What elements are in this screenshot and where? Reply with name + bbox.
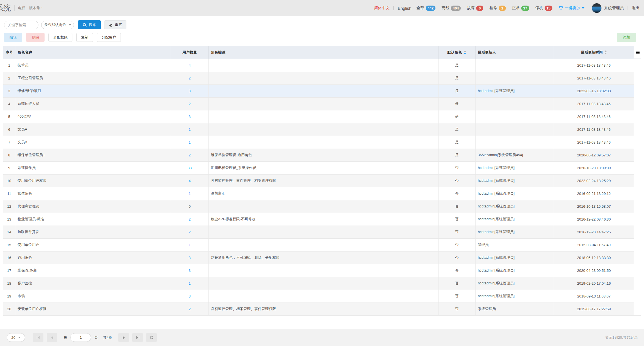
reset-button[interactable]: 重置 xyxy=(104,20,126,29)
table-row[interactable]: 11媒体角色1澳凯富汇否hcdtadmin[系统管理员]2016-09-21 1… xyxy=(3,187,634,200)
table-row[interactable]: 3维修/维保/项目3是hcdtadmin[系统管理员]2022-03-16 13… xyxy=(3,84,634,97)
cell-desc xyxy=(209,97,438,110)
cell-desc: 维保单位管理员-通用角色 xyxy=(209,149,438,161)
cell-desc xyxy=(209,72,438,84)
user-count-link[interactable]: 2 xyxy=(188,217,190,221)
delete-button[interactable]: 删除 xyxy=(26,33,45,42)
assign-permission-button[interactable]: 分配权限 xyxy=(48,33,72,42)
user-count-link[interactable]: 3 xyxy=(188,89,190,93)
table-row[interactable]: 15使用单位用户1否管理员2015-08-04 11:57:40 xyxy=(3,238,634,251)
lang-zh-link[interactable]: 简体中文 xyxy=(374,6,390,11)
first-page-button[interactable] xyxy=(33,333,43,342)
status-label: 正常 xyxy=(512,6,520,11)
status-inspect[interactable]: 检修1 xyxy=(489,6,506,11)
cell-name: 文员B xyxy=(15,136,171,149)
status-fault[interactable]: 故障0 xyxy=(467,6,483,11)
avatar[interactable] xyxy=(592,3,602,13)
user-count-link[interactable]: 1 xyxy=(188,192,190,196)
user-count-link[interactable]: 2 xyxy=(188,307,190,311)
assign-user-button[interactable]: 分配用户 xyxy=(97,33,121,42)
table-row[interactable]: 17维保管理-新3否hcdtadmin[系统管理员]2020-04-23 09:… xyxy=(3,264,634,277)
table-row[interactable]: 9系统操作员33汇川电梯管理员_系统操作员否hcdtadmin[系统管理员]20… xyxy=(3,161,634,174)
cell-updater: hcdtadmin[系统管理员] xyxy=(475,187,554,200)
status-offline[interactable]: 离线404 xyxy=(442,6,461,11)
user-count-link[interactable]: 1 xyxy=(188,140,190,144)
copy-button[interactable]: 复制 xyxy=(76,33,93,42)
search-input[interactable] xyxy=(4,21,38,29)
cell-seq: 6 xyxy=(3,123,15,136)
user-count-link[interactable]: 3 xyxy=(188,256,190,260)
user-count-link[interactable]: 3 xyxy=(188,115,190,119)
col-header-time[interactable]: 最后更新时间 xyxy=(554,46,634,59)
prev-page-icon xyxy=(50,336,54,340)
status-normal[interactable]: 正常37 xyxy=(512,6,529,11)
cell-time: 2017-11-03 18:43:46 xyxy=(554,97,634,110)
table-row[interactable]: 5400监控3是2017-11-03 18:43:46 xyxy=(3,110,634,123)
table-row[interactable]: 7文员B1是2017-11-03 18:43:46 xyxy=(3,136,634,149)
cell-count: 2 xyxy=(171,97,208,110)
cell-name: 安装单位用户权限 xyxy=(15,303,171,315)
cell-name: 维修/维保/项目 xyxy=(15,84,171,97)
refresh-button[interactable] xyxy=(146,333,157,342)
topbar-right: 简体中文 English 全部442离线404故障0检修1正常37停机15 一键… xyxy=(374,3,640,13)
user-count-link[interactable]: 2 xyxy=(188,76,190,80)
prev-page-button[interactable] xyxy=(47,333,57,342)
divider xyxy=(393,6,394,10)
user-count-link[interactable]: 4 xyxy=(188,179,190,183)
table-row[interactable]: 8维保单位管理员12维保单位管理员-通用角色是365ieAdmin[系统管理员4… xyxy=(3,149,634,161)
table-row[interactable]: 19市场3否hcdtadmin[系统管理员]2018-09-13 11:03:0… xyxy=(3,290,634,303)
logout-button[interactable]: 退出 xyxy=(632,6,640,11)
cell-default: 否 xyxy=(438,187,475,200)
col-header-name: 角色名称 xyxy=(15,46,171,59)
cell-updater xyxy=(475,59,554,72)
skin-switcher[interactable]: 一键换肤 xyxy=(559,6,584,11)
user-count-link[interactable]: 4 xyxy=(188,63,190,67)
column-toggle-button[interactable] xyxy=(634,46,641,59)
edit-button[interactable]: 编辑 xyxy=(4,33,22,42)
table-row[interactable]: 16通用角色3这是通用角色，不可编辑、删除、分配权限否hcdtadmin[系统管… xyxy=(3,251,634,264)
user-count-link[interactable]: 1 xyxy=(188,243,190,247)
add-button[interactable]: 添加 xyxy=(617,33,636,42)
user-count-link[interactable]: 3 xyxy=(188,294,190,298)
col-header-label: 用户数量 xyxy=(182,50,197,55)
user-count-link[interactable]: 2 xyxy=(188,102,190,106)
user-count-link[interactable]: 2 xyxy=(188,230,190,234)
status-all[interactable]: 全部442 xyxy=(417,6,436,11)
table-row[interactable]: 4系统运维人员2是2017-11-03 18:43:46 xyxy=(3,97,634,110)
cell-desc: 具有监控管理、事件管理、档案管理权限 xyxy=(209,174,438,187)
table-row[interactable]: 10使用单位用户权限4具有监控管理、事件管理、档案管理权限否hcdtadmin[… xyxy=(3,174,634,187)
lang-en-link[interactable]: English xyxy=(398,6,411,11)
skin-label: 一键换肤 xyxy=(565,6,580,11)
user-count-link[interactable]: 2 xyxy=(188,153,190,157)
table-row[interactable]: 2工程公司管理员2是2017-11-03 18:43:46 xyxy=(3,72,634,84)
col-header-default[interactable]: 默认角色 xyxy=(438,46,475,59)
table-row[interactable]: 14拾联插件开发2否hcdtadmin[系统管理员]2016-12-20 14:… xyxy=(3,226,634,238)
page-number-input[interactable] xyxy=(70,333,91,342)
last-page-button[interactable] xyxy=(132,333,143,342)
user-count-link[interactable]: 33 xyxy=(188,166,192,170)
cell-count: 3 xyxy=(171,290,208,303)
cell-count: 0 xyxy=(171,200,208,213)
table-row[interactable]: 12代理商管理员0否hcdtadmin[系统管理员]2016-10-13 15:… xyxy=(3,200,634,213)
cell-time: 2018-06-12 13:33:30 xyxy=(554,251,634,264)
table-row[interactable]: 13物业管理员-标准2物业APP标准权限-不可修改否hcdtadmin[系统管理… xyxy=(3,213,634,226)
user-count-link[interactable]: 1 xyxy=(188,127,190,132)
search-button[interactable]: 搜索 xyxy=(78,20,101,29)
cell-updater xyxy=(475,136,554,149)
status-stopped[interactable]: 停机15 xyxy=(535,6,552,11)
cell-default: 是 xyxy=(438,149,475,161)
status-count-badge: 404 xyxy=(451,6,461,11)
product-label: 电梯 xyxy=(18,6,25,11)
table-row[interactable]: 1技术员4是2017-11-03 18:43:46 xyxy=(3,59,634,72)
cell-seq: 10 xyxy=(3,174,15,187)
cell-default: 否 xyxy=(438,161,475,174)
table-row[interactable]: 6文员A1是2017-11-03 18:43:46 xyxy=(3,123,634,136)
default-role-select[interactable]: 是否默认角色 xyxy=(41,21,74,29)
cell-name: 系统运维人员 xyxy=(15,97,171,110)
user-count-link[interactable]: 3 xyxy=(188,268,190,273)
user-count-link[interactable]: 1 xyxy=(188,281,190,285)
table-row[interactable]: 20安装单位用户权限2具有监控管理、档案管理、事件管理权限否系统管理员2015-… xyxy=(3,303,634,315)
next-page-button[interactable] xyxy=(118,333,129,342)
table-row[interactable]: 18客户监控1否hcdtadmin[系统管理员]2019-02-20 17:04… xyxy=(3,277,634,290)
page-size-select[interactable]: 20 xyxy=(7,333,25,342)
